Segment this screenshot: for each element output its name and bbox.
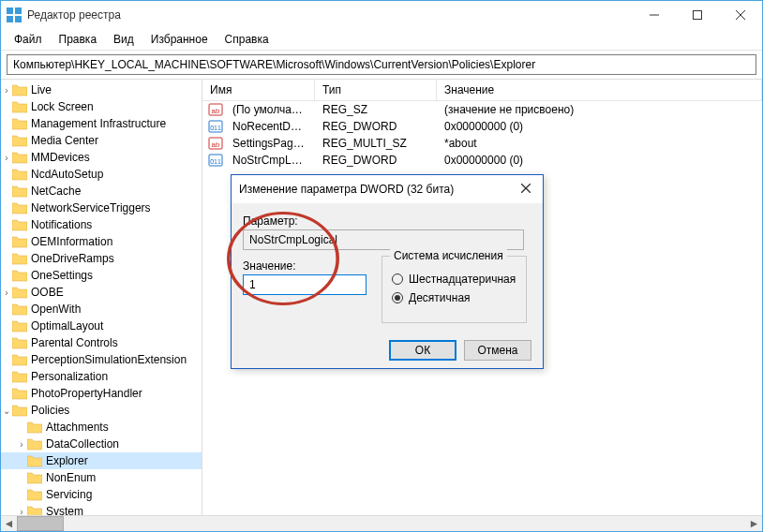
- tree-item[interactable]: NetworkServiceTriggers: [1, 200, 202, 216]
- ok-button[interactable]: ОК: [389, 340, 456, 361]
- maximize-button[interactable]: [676, 1, 719, 29]
- app-icon: [7, 7, 22, 22]
- base-caption: Система исчисления: [390, 249, 507, 262]
- radio-hex-label: Шестнадцатеричная: [409, 273, 516, 286]
- window-title: Редактор реестра: [27, 8, 633, 22]
- tree-label: Personalization: [31, 370, 108, 383]
- list-row[interactable]: abSettingsPageVisi...REG_MULTI_SZ*about: [202, 135, 762, 152]
- list-row[interactable]: 011NoRecentDocsH...REG_DWORD0x00000000 (…: [202, 118, 762, 135]
- tree-item[interactable]: ›MMDevices: [1, 149, 202, 166]
- radio-dec-label: Десятичная: [409, 291, 471, 304]
- menu-file[interactable]: Файл: [7, 31, 50, 48]
- cell-name: (По умолчанию): [225, 103, 315, 116]
- tree-label: OneSettings: [31, 269, 93, 282]
- tree-item[interactable]: NetCache: [1, 183, 202, 200]
- tree-label: Notifications: [31, 218, 92, 231]
- tree-item[interactable]: OEMInformation: [1, 233, 202, 250]
- svg-rect-5: [694, 11, 702, 20]
- edit-dword-dialog: Изменение параметра DWORD (32 бита) Пара…: [231, 174, 544, 369]
- tree-item[interactable]: OptimalLayout: [1, 318, 202, 334]
- expand-icon[interactable]: ›: [1, 288, 12, 298]
- menu-favorites[interactable]: Избранное: [143, 31, 216, 48]
- tree-item[interactable]: Notifications: [1, 216, 202, 233]
- minimize-button[interactable]: [633, 1, 676, 29]
- radio-dec-row[interactable]: Десятичная: [392, 288, 526, 307]
- scroll-left-icon[interactable]: ◄: [1, 516, 17, 531]
- menu-help[interactable]: Справка: [217, 31, 277, 48]
- cell-type: REG_DWORD: [315, 154, 437, 167]
- tree-label: Explorer: [46, 454, 88, 467]
- svg-rect-1: [15, 7, 22, 14]
- tree-item[interactable]: Personalization: [1, 368, 202, 385]
- tree-item[interactable]: Media Center: [1, 132, 202, 149]
- tree-label: Servicing: [46, 488, 92, 501]
- tree-item[interactable]: Parental Controls: [1, 334, 202, 351]
- list-row[interactable]: 011NoStrCmpLogicalREG_DWORD0x00000000 (0…: [202, 152, 762, 169]
- tree-label: Parental Controls: [31, 336, 118, 349]
- tree-item[interactable]: OpenWith: [1, 301, 202, 318]
- tree-item[interactable]: NonEnum: [1, 469, 202, 486]
- radio-hex-row[interactable]: Шестнадцатеричная: [392, 270, 526, 288]
- svg-text:011: 011: [210, 158, 221, 165]
- menu-edit[interactable]: Правка: [52, 31, 105, 48]
- menubar: Файл Правка Вид Избранное Справка: [1, 29, 762, 51]
- tree-item[interactable]: OneDriveRamps: [1, 250, 202, 267]
- list-row[interactable]: ab(По умолчанию)REG_SZ(значение не присв…: [202, 101, 762, 118]
- tree-item[interactable]: PerceptionSimulationExtension: [1, 351, 202, 368]
- radio-dec[interactable]: [392, 292, 403, 303]
- tree-label: System: [46, 505, 83, 515]
- dialog-close-button[interactable]: [516, 183, 535, 196]
- scroll-thumb[interactable]: [17, 516, 64, 531]
- tree-item[interactable]: Attachments: [1, 419, 202, 436]
- tree-label: NonEnum: [46, 471, 96, 484]
- tree-item[interactable]: ›DataCollection: [1, 436, 202, 452]
- tree-item[interactable]: ⌄Policies: [1, 402, 202, 419]
- tree-item[interactable]: PhotoPropertyHandler: [1, 385, 202, 402]
- expand-icon[interactable]: ›: [16, 507, 27, 516]
- tree-label: OpenWith: [31, 303, 81, 316]
- cell-type: REG_DWORD: [315, 120, 437, 133]
- tree-label: OptimalLayout: [31, 319, 103, 332]
- tree-label: Policies: [31, 404, 69, 417]
- tree-pane[interactable]: ›LiveLock ScreenManagement Infrastructur…: [1, 80, 202, 515]
- address-bar[interactable]: Компьютер\HKEY_LOCAL_MACHINE\SOFTWARE\Mi…: [7, 54, 756, 75]
- expand-icon[interactable]: ⌄: [1, 406, 12, 416]
- tree-item[interactable]: ›Live: [1, 81, 202, 98]
- list-header[interactable]: Имя Тип Значение: [202, 80, 762, 101]
- radio-hex[interactable]: [392, 273, 403, 285]
- titlebar: Редактор реестра: [1, 1, 762, 29]
- expand-icon[interactable]: ›: [16, 439, 27, 450]
- tree-label: Lock Screen: [31, 100, 94, 113]
- expand-icon[interactable]: ›: [1, 85, 12, 96]
- dialog-titlebar: Изменение параметра DWORD (32 бита): [232, 175, 543, 203]
- base-groupbox: Система исчисления Шестнадцатеричная Дес…: [382, 256, 527, 323]
- tree-item[interactable]: OneSettings: [1, 267, 202, 284]
- tree-item[interactable]: Management Infrastructure: [1, 115, 202, 132]
- cancel-button[interactable]: Отмена: [464, 340, 531, 361]
- scroll-right-icon[interactable]: ►: [746, 516, 762, 531]
- expand-icon[interactable]: ›: [1, 153, 12, 163]
- cell-type: REG_MULTI_SZ: [315, 137, 437, 150]
- tree-item[interactable]: Lock Screen: [1, 98, 202, 115]
- cell-name: SettingsPageVisi...: [225, 137, 315, 150]
- horizontal-scrollbar[interactable]: ◄ ►: [1, 515, 762, 531]
- close-button[interactable]: [719, 1, 762, 29]
- col-header-name[interactable]: Имя: [202, 80, 315, 100]
- cell-name: NoStrCmpLogical: [225, 154, 315, 167]
- tree-item[interactable]: Explorer: [1, 452, 202, 469]
- cell-value: (значение не присвоено): [437, 103, 762, 116]
- tree-label: OOBE: [31, 286, 64, 299]
- tree-label: PerceptionSimulationExtension: [31, 353, 187, 366]
- svg-text:ab: ab: [212, 107, 220, 115]
- tree-item[interactable]: Servicing: [1, 486, 202, 503]
- tree-label: Live: [31, 83, 52, 96]
- tree-label: MMDevices: [31, 151, 90, 164]
- menu-view[interactable]: Вид: [106, 31, 142, 48]
- col-header-type[interactable]: Тип: [315, 80, 437, 100]
- col-header-value[interactable]: Значение: [437, 80, 762, 100]
- tree-item[interactable]: NcdAutoSetup: [1, 166, 202, 183]
- tree-item[interactable]: ›System: [1, 503, 202, 515]
- value-field[interactable]: 1: [243, 274, 367, 295]
- cell-value: 0x00000000 (0): [437, 120, 762, 133]
- tree-item[interactable]: ›OOBE: [1, 284, 202, 301]
